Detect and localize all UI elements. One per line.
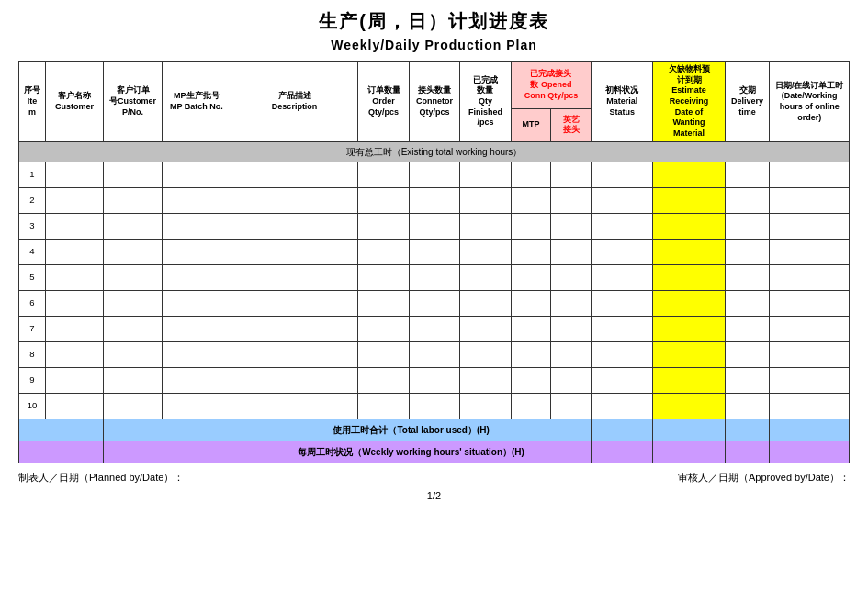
header-mtp: MTP [511, 108, 551, 141]
header-customer-name: 客户名称Customer [45, 62, 103, 142]
page-title-cn: 生产(周，日）计划进度表 [18, 9, 850, 34]
header-connector-qty: 接头数量ConnetorQty/pcs [409, 62, 459, 142]
page-number: 1/2 [18, 490, 850, 501]
header-eng: 英艺接头 [551, 108, 592, 141]
existing-hours-label: 现有总工时（Existing total working hours） [19, 141, 850, 162]
approved-by: 审核人／日期（Approved by/Date）： [678, 471, 850, 485]
total-labor-row: 使用工时合计（Total labor used）(H) [19, 419, 850, 441]
weekly-hours-row: 每周工时状况（Weekly working hours' situation）(… [19, 441, 850, 463]
page-title-en: Weekly/Daily Production Plan [18, 38, 850, 52]
header-row: 序号Item 客户名称Customer 客户订单号CustomerP/No. M… [19, 62, 850, 109]
table-row: 2 [19, 187, 850, 213]
header-estimate-date: 欠缺物料预计到期EstimateReceivingDate ofWantingM… [653, 62, 726, 142]
header-finished-qty: 已完成数量QtyFinished/pcs [460, 62, 511, 142]
planned-by: 制表人／日期（Planned by/Date）： [18, 471, 184, 485]
header-description: 产品描述Description [231, 62, 358, 142]
footer: 制表人／日期（Planned by/Date）： 审核人／日期（Approved… [18, 471, 850, 485]
table-row: 7 [19, 316, 850, 341]
header-date-working: 日期/在线订单工时(Date/Workinghours of onlineord… [770, 62, 850, 142]
header-item: 序号Item [19, 62, 46, 142]
table-row: 6 [19, 290, 850, 316]
header-mp-batch: MP生产批号MP Batch No. [162, 62, 231, 142]
table-row: 8 [19, 341, 850, 367]
table-row: 5 [19, 264, 850, 290]
header-material-status: 初料状况MaterialStatus [592, 62, 653, 142]
header-customer-pno: 客户订单号CustomerP/No. [104, 62, 162, 142]
table-row: 9 [19, 367, 850, 393]
table-row: 4 [19, 239, 850, 264]
table-row: 1 [19, 162, 850, 187]
production-table: 序号Item 客户名称Customer 客户订单号CustomerP/No. M… [18, 61, 850, 463]
table-row: 10 [19, 393, 850, 419]
header-opened-conn: 已完成接头数 OpenedConn Qty/pcs [511, 62, 592, 109]
existing-hours-row: 现有总工时（Existing total working hours） [19, 141, 850, 162]
header-delivery: 交期Deliverytime [725, 62, 770, 142]
table-row: 3 [19, 213, 850, 239]
header-order-qty: 订单数量OrderQty/pcs [358, 62, 409, 142]
